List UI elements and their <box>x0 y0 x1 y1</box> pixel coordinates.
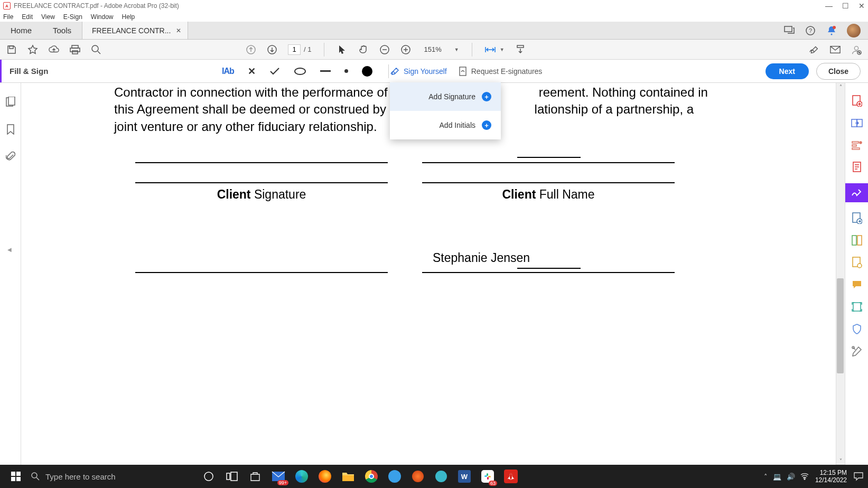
menu-esign[interactable]: E-Sign <box>63 13 82 21</box>
desktop-device-icon[interactable] <box>783 25 795 36</box>
help-icon[interactable]: ? <box>805 25 816 36</box>
taskbar-clock[interactable]: 12:15 PM 12/14/2022 <box>815 469 847 484</box>
print-icon[interactable] <box>70 44 80 55</box>
pointer-tool-icon[interactable] <box>337 44 348 55</box>
menu-file[interactable]: File <box>3 13 13 21</box>
user-avatar[interactable] <box>847 24 861 37</box>
fill-sign-tool-active[interactable] <box>845 183 869 202</box>
send-comments-icon[interactable] <box>851 256 863 269</box>
date-label: 12/14/2022 <box>815 476 847 484</box>
request-esignatures-button[interactable]: Request E-signatures <box>459 67 543 76</box>
protect-icon[interactable] <box>851 323 863 335</box>
zoom-in-icon[interactable] <box>400 44 411 55</box>
scroll-up-icon[interactable]: ˄ <box>836 84 845 90</box>
window-minimize-button[interactable]: — <box>825 2 833 10</box>
text-tool-icon[interactable]: IAb <box>222 67 234 76</box>
export-pdf-icon[interactable] <box>851 161 863 174</box>
zoom-dropdown-icon[interactable]: ▼ <box>454 47 459 52</box>
checkmark-tool-icon[interactable] <box>269 67 280 76</box>
start-button[interactable] <box>4 465 27 488</box>
file-explorer-icon[interactable] <box>340 468 356 484</box>
large-dot-tool-icon[interactable] <box>362 66 372 77</box>
email-icon[interactable] <box>830 44 841 55</box>
star-icon[interactable] <box>27 44 38 55</box>
menu-window[interactable]: Window <box>91 13 114 21</box>
account-icon[interactable] <box>851 44 862 55</box>
tab-tools[interactable]: Tools <box>42 26 82 35</box>
svg-point-36 <box>857 264 862 268</box>
document-canvas[interactable]: Contractor in connection with the perfor… <box>21 83 845 465</box>
app-teal-icon[interactable] <box>433 468 449 484</box>
collapse-left-icon[interactable]: ◀ <box>7 247 14 254</box>
zoom-out-icon[interactable] <box>379 44 390 55</box>
pen-sign-icon[interactable] <box>809 44 819 55</box>
circle-tool-icon[interactable] <box>294 67 306 76</box>
share-pdf-icon[interactable] <box>851 212 863 224</box>
fit-dropdown-icon[interactable]: ▼ <box>500 47 505 52</box>
page-down-icon[interactable] <box>267 44 277 55</box>
firefox-icon[interactable] <box>317 468 333 484</box>
page-thumbnails-icon[interactable] <box>5 97 16 107</box>
scrollbar-thumb[interactable] <box>837 278 844 373</box>
tab-close-icon[interactable]: ✕ <box>176 27 181 34</box>
fill-sign-tools: IAb ✕ <box>222 64 391 78</box>
attachment-icon[interactable] <box>6 152 15 162</box>
acrobat-taskbar-icon[interactable] <box>503 468 519 484</box>
sign-yourself-label: Sign Yourself <box>404 67 447 76</box>
bookmark-icon[interactable] <box>6 124 15 135</box>
search-icon[interactable] <box>91 44 101 55</box>
paragraph-fragment: reement. Nothing contained in <box>539 85 708 99</box>
add-initials-item[interactable]: Add Initials + <box>390 111 501 139</box>
cortana-icon[interactable] <box>201 468 217 484</box>
task-view-icon[interactable] <box>224 468 240 484</box>
word-icon[interactable]: W <box>456 468 472 484</box>
edit-pdf-icon[interactable] <box>851 139 863 152</box>
menu-edit[interactable]: Edit <box>22 13 33 21</box>
save-icon[interactable] <box>6 44 17 55</box>
app-orange-icon[interactable] <box>410 468 426 484</box>
organize-pages-icon[interactable] <box>851 234 863 247</box>
window-maximize-button[interactable]: ☐ <box>842 2 849 10</box>
more-tools-icon[interactable] <box>851 345 863 358</box>
menu-view[interactable]: View <box>41 13 55 21</box>
scroll-down-icon[interactable]: ˅ <box>836 458 845 464</box>
tab-document[interactable]: FREELANCE CONTR... ✕ <box>82 22 188 39</box>
chrome-icon[interactable] <box>363 468 379 484</box>
line-tool-icon[interactable] <box>320 70 331 72</box>
combine-files-icon[interactable] <box>851 117 863 129</box>
tab-home[interactable]: Home <box>0 26 42 35</box>
system-tray[interactable]: ˄ 💻 🔊 <box>764 473 809 481</box>
menubar: File Edit View E-Sign Window Help <box>0 12 868 22</box>
edge-icon[interactable] <box>294 468 310 484</box>
ms-store-icon[interactable] <box>247 468 263 484</box>
separator <box>324 43 324 57</box>
app-blue-icon[interactable] <box>387 468 403 484</box>
taskbar-search[interactable]: Type here to search <box>31 472 194 481</box>
tray-wifi-icon[interactable] <box>800 473 809 480</box>
page-up-icon[interactable] <box>246 44 256 55</box>
x-mark-tool-icon[interactable]: ✕ <box>248 65 256 77</box>
comment-icon[interactable] <box>851 278 863 291</box>
menu-help[interactable]: Help <box>122 13 135 21</box>
action-center-icon[interactable] <box>853 472 864 481</box>
next-button[interactable]: Next <box>766 63 809 79</box>
page-number-input[interactable] <box>288 44 301 55</box>
create-pdf-icon[interactable] <box>851 95 863 107</box>
fit-width-icon[interactable] <box>485 44 496 55</box>
tray-display-icon[interactable]: 💻 <box>773 473 781 481</box>
add-signature-item[interactable]: Add Signature + <box>390 82 501 111</box>
scan-ocr-icon[interactable] <box>851 301 863 313</box>
close-button[interactable]: Close <box>816 63 861 80</box>
scroll-mode-icon[interactable] <box>515 44 526 55</box>
slack-icon[interactable]: 63 <box>480 468 496 484</box>
vertical-scrollbar[interactable]: ˄ ˅ <box>836 83 845 465</box>
cloud-upload-icon[interactable] <box>49 44 59 55</box>
tray-volume-icon[interactable]: 🔊 <box>787 473 795 481</box>
tray-chevron-icon[interactable]: ˄ <box>764 473 768 481</box>
small-dot-tool-icon[interactable] <box>344 69 348 73</box>
sign-yourself-button[interactable]: Sign Yourself <box>390 67 447 76</box>
hand-tool-icon[interactable] <box>358 44 369 55</box>
notifications-bell-icon[interactable] <box>826 25 837 36</box>
mail-icon[interactable]: 99+ <box>270 468 286 484</box>
window-close-button[interactable]: ✕ <box>858 2 865 10</box>
